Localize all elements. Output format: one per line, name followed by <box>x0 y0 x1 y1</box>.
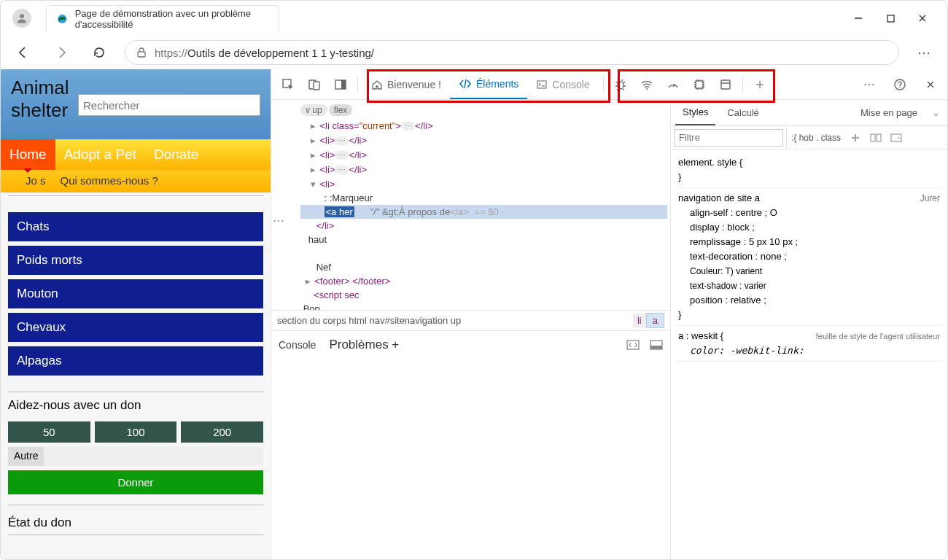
svg-rect-3 <box>887 15 894 22</box>
home-icon <box>371 79 383 90</box>
svg-point-14 <box>646 88 648 90</box>
tab-elements[interactable]: Éléments <box>450 69 527 99</box>
browser-more-icon[interactable]: ⋯ <box>912 44 937 61</box>
amount-other-input[interactable] <box>44 447 263 466</box>
close-icon[interactable] <box>917 12 928 24</box>
bug-icon[interactable] <box>608 72 633 97</box>
list-item[interactable]: Alpagas <box>8 346 263 376</box>
profile-avatar[interactable] <box>12 9 31 28</box>
hov-cls-toggle[interactable]: :{ hob . class <box>786 126 845 149</box>
tab-console[interactable]: Console <box>527 69 598 99</box>
svg-point-19 <box>899 87 901 88</box>
donate-heading: Aidez-nous avec un don <box>8 398 263 413</box>
overflow-icon[interactable]: ⋯ <box>273 214 286 228</box>
amount-50[interactable]: 50 <box>8 421 90 443</box>
back-button[interactable] <box>11 40 36 65</box>
subnav-about[interactable]: Qui sommes-nous ? <box>61 174 158 187</box>
style-rule[interactable]: a : weskit {feuille de style de l'agent … <box>677 326 941 362</box>
svg-rect-16 <box>721 80 730 89</box>
forward-button[interactable] <box>49 40 74 65</box>
flex-editor-icon[interactable] <box>866 133 886 143</box>
help-icon[interactable] <box>887 72 912 97</box>
category-list: Chats Poids morts Mouton Chevaux Alpagas <box>1 199 271 389</box>
breadcrumb-li[interactable]: li <box>633 314 646 327</box>
drawer-problems-tab[interactable]: Problèmes + <box>329 338 399 352</box>
primary-nav: Home Adopt a Pet Donate <box>1 139 271 170</box>
styles-pane: Styles Calculé Mise en page ⌄ :{ hob . c… <box>670 100 947 559</box>
tab-layout[interactable]: Mise en page <box>853 100 925 125</box>
hero: Animalshelter <box>1 69 271 139</box>
minimize-icon[interactable] <box>852 12 864 24</box>
application-icon[interactable] <box>713 72 738 97</box>
divider <box>8 505 263 505</box>
list-item[interactable]: Poids morts <box>8 246 263 275</box>
new-rule-icon[interactable] <box>845 133 866 143</box>
devtools-drawer: Console Problèmes + <box>271 330 670 358</box>
svg-rect-11 <box>341 80 346 89</box>
dock-icon[interactable] <box>328 72 353 97</box>
dom-tree[interactable]: v upflex ⋯ ▸<li class="current">⋯</li> ▸… <box>271 100 670 310</box>
tab-title: Page de démonstration avec un problème d… <box>75 8 268 30</box>
devtools-tabs: Bienvenue ! Éléments Console <box>362 69 599 99</box>
style-rule[interactable]: navigation de site aJurer align-self : c… <box>677 188 941 326</box>
donate-section: Aidez-nous avec un don 50 100 200 Autre … <box>1 395 271 502</box>
inspect-icon[interactable] <box>276 72 300 97</box>
memory-icon[interactable] <box>687 72 712 97</box>
donation-status-heading: État du don <box>1 508 271 532</box>
add-tab-icon[interactable] <box>747 72 772 97</box>
list-item[interactable]: Chats <box>8 212 263 241</box>
rendered-page: Animalshelter Home Adopt a Pet Donate Jo… <box>1 69 271 559</box>
maximize-icon[interactable] <box>885 12 896 24</box>
refresh-button[interactable] <box>87 40 112 65</box>
divider <box>8 534 263 535</box>
amount-200[interactable]: 200 <box>181 421 263 443</box>
chevron-down-icon[interactable]: ⌄ <box>929 107 943 118</box>
list-item[interactable]: Mouton <box>8 279 263 308</box>
sub-nav: Jo s Qui sommes-nous ? <box>1 170 271 192</box>
donate-button[interactable]: Donner <box>8 470 263 494</box>
svg-point-13 <box>618 82 623 89</box>
dom-pane: v upflex ⋯ ▸<li class="current">⋯</li> ▸… <box>271 100 670 559</box>
performance-icon[interactable] <box>661 72 685 97</box>
console-icon <box>536 79 548 90</box>
breadcrumb-path: section du corps html nav#sitenavigation… <box>277 315 461 326</box>
drawer-dock-icon[interactable] <box>650 340 663 350</box>
nav-home[interactable]: Home <box>1 139 55 170</box>
nav-donate[interactable]: Donate <box>145 139 207 170</box>
svg-point-0 <box>20 14 24 18</box>
drawer-console-tab[interactable]: Console <box>279 339 316 351</box>
browser-tab[interactable]: Page de démonstration avec un problème d… <box>46 5 279 31</box>
devtools-close-icon[interactable] <box>918 72 943 97</box>
devtools: Bienvenue ! Éléments Console ⋯ v upflex <box>271 69 947 559</box>
tab-computed[interactable]: Calculé <box>720 100 766 125</box>
nav-adopt[interactable]: Adopt a Pet <box>55 139 145 170</box>
svg-rect-26 <box>877 134 881 141</box>
network-icon[interactable] <box>634 72 659 97</box>
svg-rect-9 <box>314 82 319 90</box>
tab-styles[interactable]: Styles <box>675 100 715 125</box>
style-rule[interactable]: element. style { } <box>677 152 941 188</box>
window-controls <box>852 12 941 24</box>
styles-filter-input[interactable] <box>674 129 783 147</box>
breadcrumb-a[interactable]: a <box>646 313 664 328</box>
url-prefix: https:// <box>155 47 187 59</box>
search-input[interactable] <box>78 94 260 116</box>
divider <box>8 195 263 196</box>
code-icon <box>459 78 472 90</box>
drawer-expand-icon[interactable] <box>626 340 640 350</box>
flex-pill: flex <box>329 104 353 116</box>
amount-100[interactable]: 100 <box>95 421 177 443</box>
devtools-more-icon[interactable]: ⋯ <box>857 72 882 97</box>
svg-rect-12 <box>537 81 546 88</box>
styles-more-icon[interactable] <box>886 133 906 143</box>
tab-welcome[interactable]: Bienvenue ! <box>362 69 450 99</box>
svg-rect-6 <box>138 52 145 57</box>
dom-breadcrumb[interactable]: section du corps html nav#sitenavigation… <box>271 310 670 330</box>
url-path: Outils de développement 1 1 y-testing/ <box>187 47 374 59</box>
svg-rect-15 <box>696 81 703 88</box>
flex-badge: v up <box>300 104 327 116</box>
address-bar[interactable]: https://Outils de développement 1 1 y-te… <box>125 40 899 65</box>
list-item[interactable]: Chevaux <box>8 313 263 342</box>
device-icon[interactable] <box>302 72 327 97</box>
divider <box>8 392 263 392</box>
